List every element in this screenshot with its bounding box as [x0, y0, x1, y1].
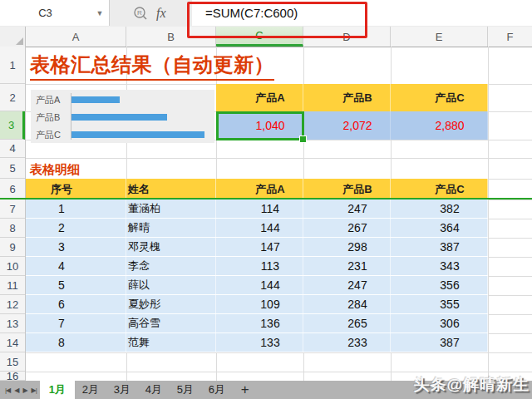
cell[interactable]: 1 [26, 200, 126, 218]
sheet-tab-3[interactable]: 3月 [106, 381, 138, 399]
detail-header-cell[interactable]: 产品B [303, 179, 391, 200]
table-row: 7 高谷雪 136 265 306 [26, 314, 488, 333]
row-header-9[interactable]: 9 [0, 238, 25, 257]
row-header-5[interactable]: 5 [0, 158, 25, 179]
cell[interactable]: 董涵柏 [126, 200, 216, 218]
row-header-7[interactable]: 7 [0, 200, 25, 219]
row-header-14[interactable]: 14 [0, 333, 25, 352]
cell[interactable]: 247 [303, 276, 391, 294]
row-header-16[interactable]: 16 [0, 372, 25, 381]
cell[interactable]: 7 [26, 314, 126, 332]
cell[interactable]: 387 [391, 333, 488, 352]
detail-header-cell[interactable]: 产品C [391, 179, 488, 200]
fill-handle[interactable] [299, 135, 307, 143]
sheet-tab-5[interactable]: 5月 [170, 381, 201, 399]
first-sheet-button[interactable]: |◀ [5, 387, 10, 394]
magnifier-icon[interactable]: R [133, 6, 148, 21]
cell-e3[interactable]: 2,880 [391, 111, 488, 140]
cell[interactable]: 114 [216, 200, 303, 218]
embedded-bar-chart[interactable]: 产品A 产品B 产品C [31, 90, 214, 143]
cell[interactable]: 113 [216, 257, 303, 275]
chart-bar-product-b [71, 114, 167, 121]
cell[interactable]: 夏妙彤 [126, 295, 216, 313]
row-header-11[interactable]: 11 [0, 276, 25, 295]
sheet-tab-4[interactable]: 4月 [138, 381, 170, 399]
cell[interactable]: 284 [303, 295, 391, 313]
cell[interactable]: 6 [26, 295, 126, 313]
chart-category-label: 产品C [36, 129, 69, 141]
select-all-corner[interactable] [0, 27, 26, 47]
cell[interactable]: 231 [303, 257, 391, 275]
insert-function-icon[interactable]: fx [156, 6, 166, 21]
detail-header-cell[interactable]: 序号 [26, 179, 126, 200]
cell[interactable]: 109 [216, 295, 303, 313]
cell[interactable]: 解晴 [126, 219, 216, 237]
sheet-tab-2[interactable]: 2月 [75, 381, 106, 399]
cell[interactable]: 8 [26, 333, 126, 352]
sheet-tab-1[interactable]: 1月 [40, 381, 75, 399]
row-header-12[interactable]: 12 [0, 295, 25, 314]
cell[interactable]: 306 [391, 314, 488, 332]
detail-header-cell[interactable]: 产品A [216, 179, 303, 200]
cell[interactable]: 364 [391, 219, 488, 237]
last-sheet-button[interactable]: ▶| [32, 387, 37, 394]
column-header-a[interactable]: A [26, 27, 126, 47]
cell[interactable]: 薛以 [126, 276, 216, 294]
cell[interactable]: 343 [391, 257, 488, 275]
cell-d3[interactable]: 2,072 [303, 111, 391, 140]
cell[interactable]: 247 [303, 200, 391, 218]
detail-section-label[interactable]: 表格明细 [30, 162, 80, 178]
row-header-15[interactable]: 15 [0, 352, 25, 372]
cell[interactable]: 133 [216, 333, 303, 352]
cell[interactable]: 2 [26, 219, 126, 237]
name-box-dropdown-icon[interactable]: ▼ [91, 9, 109, 17]
add-sheet-button[interactable]: + [233, 381, 258, 399]
cell[interactable]: 265 [303, 314, 391, 332]
row-header-8[interactable]: 8 [0, 219, 25, 238]
column-header-f[interactable]: F [488, 27, 532, 47]
column-header-e[interactable]: E [391, 27, 488, 47]
row-header-10[interactable]: 10 [0, 257, 25, 276]
sheet-tab-6[interactable]: 6月 [201, 381, 233, 399]
prev-sheet-button[interactable]: ◀ [14, 387, 18, 394]
summary-header-cell[interactable]: 产品A [216, 84, 303, 111]
watermark: 头条@解晴新生 [413, 374, 530, 396]
name-box[interactable]: C3 ▼ [0, 0, 110, 26]
cell[interactable]: 范舞 [126, 333, 216, 352]
next-sheet-button[interactable]: ▶ [22, 387, 27, 394]
sheet-title-cell[interactable]: 表格汇总结果（自动更新） [30, 52, 274, 81]
table-row: 5 薛以 144 247 356 [26, 276, 488, 295]
svg-text:R: R [137, 9, 142, 17]
cell[interactable]: 355 [391, 295, 488, 313]
sheet-title: 表格汇总结果（自动更新） [30, 52, 274, 81]
cell[interactable]: 144 [216, 219, 303, 237]
row-header-1[interactable]: 1 [0, 47, 25, 84]
cell[interactable]: 147 [216, 238, 303, 256]
gridline [26, 352, 532, 353]
summary-header-cell[interactable]: 产品C [391, 84, 488, 111]
cell[interactable]: 233 [303, 333, 391, 352]
detail-header-row: 序号 姓名 产品A 产品B 产品C [26, 179, 488, 200]
table-row: 4 李念 113 231 343 [26, 257, 488, 276]
cell[interactable]: 邓灵槐 [126, 238, 216, 256]
cell[interactable]: 298 [303, 238, 391, 256]
row-header-4[interactable]: 4 [0, 140, 25, 158]
cell[interactable]: 5 [26, 276, 126, 294]
cell[interactable]: 3 [26, 238, 126, 256]
row-header-6[interactable]: 6 [0, 179, 25, 200]
detail-table-body: 1 董涵柏 114 247 382 2 解晴 144 267 364 3 邓灵槐… [26, 200, 488, 352]
row-header-3[interactable]: 3 [0, 111, 25, 140]
cell[interactable]: 267 [303, 219, 391, 237]
cell[interactable]: 144 [216, 276, 303, 294]
cell[interactable]: 136 [216, 314, 303, 332]
detail-header-cell[interactable]: 姓名 [126, 179, 216, 200]
cell[interactable]: 356 [391, 276, 488, 294]
cell[interactable]: 387 [391, 238, 488, 256]
cell[interactable]: 382 [391, 200, 488, 218]
summary-header-cell[interactable]: 产品B [303, 84, 391, 111]
cell[interactable]: 高谷雪 [126, 314, 216, 332]
row-header-13[interactable]: 13 [0, 314, 25, 333]
cell[interactable]: 李念 [126, 257, 216, 275]
row-header-2[interactable]: 2 [0, 84, 25, 111]
cell[interactable]: 4 [26, 257, 126, 275]
